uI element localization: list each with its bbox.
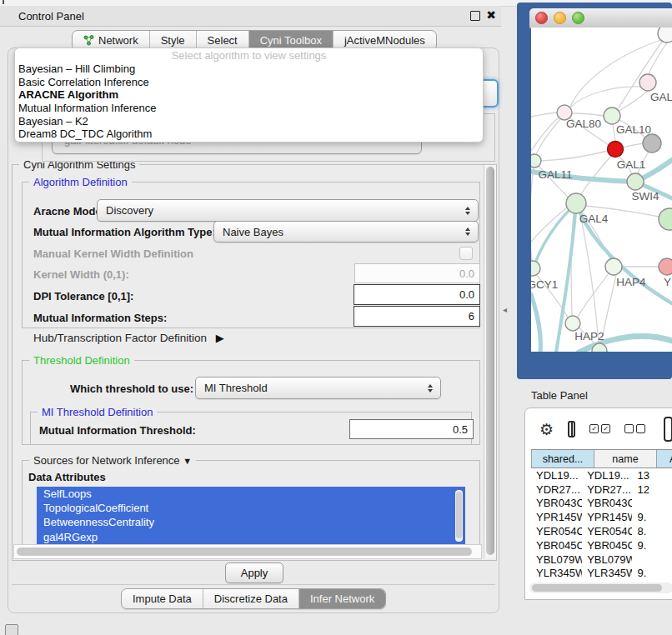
data-attribute-item[interactable]: gal4RGexp — [37, 530, 465, 544]
network-edge[interactable] — [531, 118, 558, 151]
algorithm-option[interactable]: Bayesian – K2 — [15, 115, 483, 128]
network-node[interactable] — [604, 108, 620, 124]
zoom-traffic-light-icon[interactable] — [572, 12, 584, 24]
network-canvas[interactable]: GAL2GAL80GAL10GAL1GAL11SWI4GAL4HAP4YGCY1… — [531, 28, 672, 352]
mi-threshold-field[interactable]: 0.5 — [349, 419, 474, 439]
network-node[interactable] — [659, 258, 672, 275]
table-cell: YDL19... — [582, 469, 632, 482]
sources-group-title-text: Sources for Network Inference — [33, 454, 180, 467]
table-row[interactable]: YBL079WYBL079W — [531, 552, 672, 567]
network-edge[interactable] — [531, 168, 534, 261]
which-threshold-label: Which threshold to use: — [70, 382, 193, 395]
data-attributes-scrollbar[interactable] — [455, 490, 463, 542]
tab-impute-data[interactable]: Impute Data — [122, 589, 203, 608]
table-horizontal-scrollbar[interactable] — [529, 582, 672, 593]
network-node[interactable] — [643, 134, 661, 152]
control-panel-title: Control Panel — [18, 10, 84, 22]
gear-icon[interactable]: ⚙ — [539, 420, 554, 438]
network-edge[interactable] — [531, 294, 540, 352]
settings-horizontal-scrollbar[interactable] — [13, 544, 482, 559]
columns-icon[interactable] — [568, 421, 575, 438]
table-cell: YER054C — [582, 525, 632, 538]
aracne-mode-combobox[interactable]: Discovery — [97, 199, 479, 222]
network-edge[interactable] — [623, 143, 643, 148]
table-row[interactable]: YBR043CYBR043C — [531, 497, 672, 511]
network-edge[interactable] — [541, 151, 608, 161]
algorithm-option[interactable]: ARACNE Algorithm — [15, 88, 483, 102]
float-window-icon[interactable] — [470, 11, 480, 21]
mi-steps-label: Mutual Information Steps: — [33, 312, 167, 324]
table-cell: YDL19... — [531, 469, 582, 482]
network-edge[interactable] — [578, 273, 609, 317]
network-node[interactable] — [531, 154, 541, 168]
network-node[interactable] — [566, 193, 586, 213]
network-node[interactable] — [639, 74, 656, 91]
table-cell: YBR045C — [582, 539, 632, 552]
network-node[interactable] — [531, 261, 540, 276]
network-edge[interactable] — [572, 113, 604, 116]
network-edge[interactable] — [581, 156, 611, 194]
network-edge[interactable] — [570, 40, 661, 107]
close-traffic-light-icon[interactable] — [535, 12, 548, 24]
apply-button[interactable]: Apply — [225, 562, 283, 583]
column-header-shared-name[interactable]: shared... — [531, 450, 594, 468]
column-header-name-label: name — [612, 453, 638, 465]
network-tab-icon — [83, 35, 94, 46]
table-toolbar: ⚙ ✓✓ — [525, 408, 672, 449]
network-edge[interactable] — [536, 119, 560, 154]
hub-tf-definition-expander[interactable]: Hub/Transcription Factor Definition ▶ — [33, 332, 224, 344]
network-node[interactable] — [605, 258, 622, 275]
table-row[interactable]: YLR345WYLR345W9. — [531, 567, 672, 581]
function-builder-icon[interactable] — [664, 417, 672, 442]
table-row[interactable]: YDL19...YDL19...13 — [531, 468, 672, 482]
network-node[interactable] — [608, 142, 624, 158]
node-label: GAL80 — [566, 118, 601, 130]
network-node[interactable] — [627, 173, 644, 190]
splitter-collapse-icon[interactable]: ◂ — [503, 305, 507, 314]
column-header-name[interactable]: name — [594, 450, 657, 468]
network-edge[interactable] — [619, 91, 648, 111]
table-cell: YLR345W — [582, 567, 632, 579]
manual-kernel-width-checkbox[interactable] — [459, 247, 473, 260]
mi-algorithm-type-combobox[interactable]: Naive Bayes — [213, 221, 479, 242]
dock-grip-icon[interactable] — [5, 624, 18, 635]
network-view[interactable]: GAL2GAL80GAL10GAL1GAL11SWI4GAL4HAP4YGCY1… — [531, 28, 672, 352]
data-attribute-item[interactable]: TopologicalCoefficient — [37, 501, 465, 515]
algorithm-option[interactable]: Basic Correlation Inference — [15, 76, 483, 89]
tab-infer-network[interactable]: Infer Network — [299, 589, 385, 608]
spinner-arrows-icon — [465, 228, 470, 236]
network-edge[interactable] — [531, 112, 557, 117]
network-edge[interactable] — [613, 124, 615, 142]
control-panel-titlebar: Control Panel ✖ — [0, 6, 501, 27]
table-row[interactable]: YBR045CYBR045C9. — [531, 538, 672, 552]
kernel-width-label: Kernel Width (0,1): — [33, 268, 129, 281]
column-header-clipped[interactable]: A — [657, 450, 672, 468]
settings-vertical-scrollbar[interactable] — [484, 165, 496, 558]
dpi-tolerance-field[interactable]: 0.0 — [354, 284, 480, 305]
minimize-traffic-light-icon[interactable] — [554, 12, 566, 24]
deselect-all-icon[interactable] — [624, 424, 645, 433]
algorithm-option[interactable]: Bayesian – Hill Climbing — [15, 62, 483, 76]
node-label: GAL10 — [616, 123, 651, 136]
which-threshold-combobox[interactable]: MI Threshold — [195, 377, 441, 399]
network-node[interactable] — [659, 208, 672, 230]
kernel-width-field[interactable]: 0.0 — [354, 263, 480, 283]
data-attribute-item[interactable]: BetweennessCentrality — [37, 515, 465, 529]
algorithm-option[interactable]: Mutual Information Inference — [15, 102, 483, 115]
expand-right-icon: ▶ — [216, 332, 224, 344]
tab-jactivemnodules-label: jActiveMNodules — [344, 34, 425, 47]
table-row[interactable]: YPR145WYPR145W9. — [531, 510, 672, 524]
close-icon[interactable]: ✖ — [486, 8, 496, 22]
select-all-icon[interactable]: ✓✓ — [589, 424, 610, 433]
network-window-titlebar[interactable] — [529, 8, 672, 28]
mi-steps-field[interactable]: 6 — [354, 306, 480, 327]
data-attributes-list[interactable]: SelfLoopsTopologicalCoefficientBetweenne… — [37, 487, 465, 547]
algorithm-option[interactable]: Dream8 DC_TDC Algorithm — [15, 128, 483, 141]
table-cell: 9. — [632, 539, 672, 552]
table-row[interactable]: YDR27...YDR27...12 — [531, 482, 672, 497]
sources-group-title[interactable]: Sources for Network Inference ▼ — [29, 454, 196, 467]
tab-discretize-data[interactable]: Discretize Data — [203, 589, 299, 608]
table-row[interactable]: YER054CYER054C8. — [531, 524, 672, 538]
network-node[interactable] — [565, 316, 580, 331]
data-attribute-item[interactable]: SelfLoops — [37, 487, 465, 501]
